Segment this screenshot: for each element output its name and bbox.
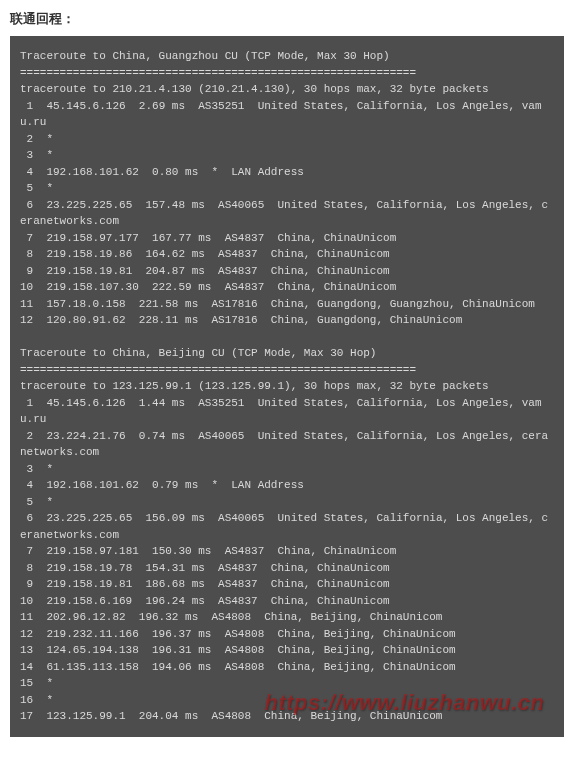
trace1-hop: 12 120.80.91.62 228.11 ms AS17816 China,… [20,314,462,326]
trace2-hop: 4 192.168.101.62 0.79 ms * LAN Address [20,479,304,491]
trace1-divider: ========================================… [20,67,416,79]
trace2-hop: 3 * [20,463,53,475]
trace1-cmd: traceroute to 210.21.4.130 (210.21.4.130… [20,83,489,95]
trace2-hop: 13 124.65.194.138 196.31 ms AS4808 China… [20,644,456,656]
trace1-hop: 3 * [20,149,53,161]
trace2-hop: 9 219.158.19.81 186.68 ms AS4837 China, … [20,578,390,590]
trace2-hop: 6 23.225.225.65 156.09 ms AS40065 United… [20,512,548,541]
trace1-hop: 8 219.158.19.86 164.62 ms AS4837 China, … [20,248,390,260]
trace2-hop: 2 23.224.21.76 0.74 ms AS40065 United St… [20,430,548,459]
trace2-cmd: traceroute to 123.125.99.1 (123.125.99.1… [20,380,489,392]
trace2-hop: 5 * [20,496,53,508]
trace1-hop: 5 * [20,182,53,194]
trace2-hop: 7 219.158.97.181 150.30 ms AS4837 China,… [20,545,396,557]
trace2-hop: 1 45.145.6.126 1.44 ms AS35251 United St… [20,397,542,426]
trace2-hop: 15 * [20,677,53,689]
trace2-hop: 17 123.125.99.1 204.04 ms AS4808 China, … [20,710,442,722]
trace2-hop: 11 202.96.12.82 196.32 ms AS4808 China, … [20,611,442,623]
trace2-hop: 14 61.135.113.158 194.06 ms AS4808 China… [20,661,456,673]
trace2-hop: 10 219.158.6.169 196.24 ms AS4837 China,… [20,595,390,607]
trace1-hop: 10 219.158.107.30 222.59 ms AS4837 China… [20,281,396,293]
trace1-hop: 9 219.158.19.81 204.87 ms AS4837 China, … [20,265,390,277]
trace1-hop: 7 219.158.97.177 167.77 ms AS4837 China,… [20,232,396,244]
trace2-hop: 16 * [20,694,53,706]
trace1-hop: 11 157.18.0.158 221.58 ms AS17816 China,… [20,298,535,310]
page-title: 联通回程： [0,0,574,36]
trace1-hop: 6 23.225.225.65 157.48 ms AS40065 United… [20,199,548,228]
trace2-hop: 8 219.158.19.78 154.31 ms AS4837 China, … [20,562,390,574]
trace2-hop: 12 219.232.11.166 196.37 ms AS4808 China… [20,628,456,640]
trace2-divider: ========================================… [20,364,416,376]
terminal-output: Traceroute to China, Guangzhou CU (TCP M… [10,36,564,737]
trace1-hop: 2 * [20,133,53,145]
trace1-hop: 1 45.145.6.126 2.69 ms AS35251 United St… [20,100,542,129]
trace2-header: Traceroute to China, Beijing CU (TCP Mod… [20,347,376,359]
trace1-header: Traceroute to China, Guangzhou CU (TCP M… [20,50,390,62]
trace1-hop: 4 192.168.101.62 0.80 ms * LAN Address [20,166,304,178]
